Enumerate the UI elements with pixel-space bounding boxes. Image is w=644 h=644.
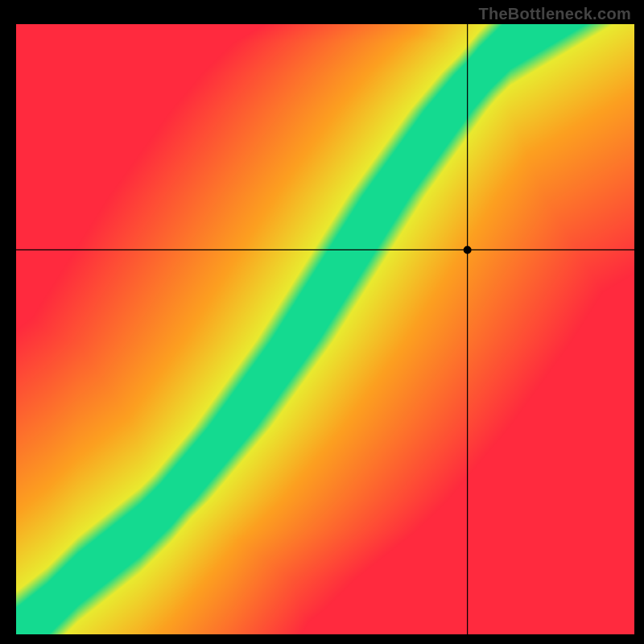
watermark-text: TheBottleneck.com [478,5,631,23]
bottleneck-heatmap [0,0,644,644]
